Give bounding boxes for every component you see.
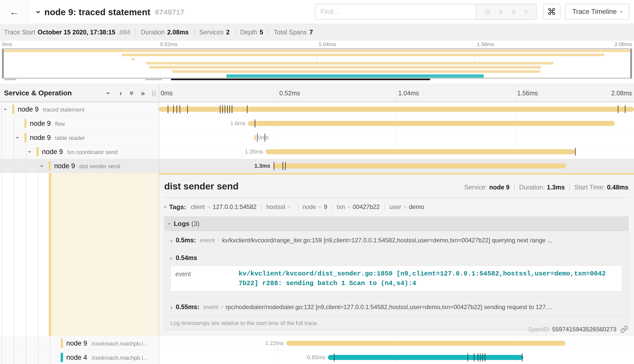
span-timeline-cell[interactable]: 1.22ms [159,336,634,350]
tags-row[interactable]: › Tags: client=127.0.0.1:54582hostssl=no… [164,201,628,212]
timeline-gridline [515,131,515,144]
next-result-icon[interactable]: ∨ [511,8,516,16]
minimap-tick-label: 2.08ms [615,40,632,48]
span-name-cell[interactable]: ›node 9traced statement [0,102,159,116]
minimap-handle-mid[interactable] [145,79,162,80]
span-row[interactable]: ›node 9dist sender send1.3ms [0,159,634,173]
log-entry[interactable]: ›0.55ms:event=rpc/nodedialer/nodedialer.… [169,298,624,316]
span-row[interactable]: node 9/cockroach.roachpb.I...1.22ms [0,336,634,350]
span-expander-icon[interactable]: › [5,102,7,116]
indent-guide [26,173,26,336]
prev-result-icon[interactable]: ∧ [498,8,503,16]
tag-separator [261,203,262,211]
span-expander-icon[interactable]: › [29,145,31,159]
span-row[interactable]: ›node 9txn coordinator send1.35ms [0,145,634,159]
column-resizer-grip[interactable] [152,90,155,96]
span-timeline-cell[interactable]: 1.35ms [159,145,634,159]
log-timestamp: 0.55ms: [176,303,199,311]
minimap-tick-label: 0.52ms [160,40,178,48]
log-entry-header[interactable]: ›0.54ms [171,254,622,262]
span-name-cell[interactable]: node 9flow [0,116,159,131]
span-name-cell[interactable]: node 9/cockroach.roachpb.I... [0,336,159,350]
span-row[interactable]: node 9flow1.6ms [0,116,634,131]
indent-guide [14,116,14,130]
log-expander-icon[interactable]: › [171,305,172,310]
expand-one-icon[interactable]: › [119,84,122,102]
span-bar[interactable] [254,135,256,140]
span-row[interactable]: ›node 9traced statement [0,102,634,116]
trace-timeline-dropdown[interactable]: Trace Timeline › [565,4,629,20]
back-button[interactable]: ← [0,0,29,24]
logs-header[interactable]: › Logs (3) [164,217,628,231]
summary-value: October 15 2020, 17:38:15 [38,29,115,36]
minimap-tick-labels: 0ms0.52ms1.04ms1.56ms2.08ms [0,40,634,49]
tag-key: hostssl [266,203,285,210]
log-marker-tick [625,105,625,113]
log-timestamp: 0.54ms [176,254,197,262]
span-bar[interactable] [286,341,566,346]
span-bar[interactable] [248,121,615,126]
span-row[interactable]: node 4/cockroach.roachpb.I...0.85ms [0,350,634,364]
span-timeline-cell[interactable]: 0ms [159,131,634,145]
log-marker-tick [225,105,225,113]
log-collapse-icon[interactable]: › [168,258,174,259]
span-row[interactable]: ›node 9table reader0ms [0,131,634,145]
collapse-all-icon[interactable]: » [130,84,134,102]
meta-value: node 9 [489,184,510,191]
minimap-tick-label: 1.04ms [319,40,336,48]
trace-summary-bar: Trace StartOctober 15 2020, 17:38:15.084… [0,24,634,40]
scroll-indicator[interactable] [171,79,430,80]
summary-label: Trace Start [4,29,35,36]
tags-expander-icon[interactable]: › [164,204,166,210]
collapse-one-icon[interactable]: › [107,84,110,102]
indent-guide [14,350,14,364]
span-timeline-cell[interactable]: 1.3ms [159,159,634,173]
span-name-text: node 9/cockroach.roachpb.I... [66,336,148,350]
log-entry[interactable]: ›0.5ms:event=kv/kvclient/kvcoord/range_i… [169,231,624,250]
service-name: node 9 [42,148,63,156]
panel-divider[interactable] [159,84,159,364]
collapse-caret-icon[interactable]: › [34,11,44,13]
span-name-cell[interactable]: ›node 9txn coordinator send [0,145,159,159]
minimap-handle-left[interactable] [5,79,16,80]
meta-label: Start Time: [574,184,605,191]
span-expander-icon[interactable]: › [41,159,43,173]
ruler-gridline [515,84,515,102]
span-name-cell[interactable]: ›node 9dist sender send [0,159,159,173]
equals-sign: = [220,304,224,311]
log-entry-expanded[interactable]: ›0.54mseventkv/kvclient/kvcoord/dist_sen… [169,250,624,298]
clear-search-icon[interactable]: × [524,8,528,16]
expand-all-icon[interactable]: » [141,84,145,102]
keyboard-shortcuts-button[interactable]: ⌘ [543,4,560,20]
meta-label: Service: [464,184,487,191]
span-name-cell[interactable]: ›node 9table reader [0,131,159,145]
span-timeline-cell[interactable]: 1.6ms [159,116,634,131]
span-bar[interactable] [328,355,523,360]
log-marker-tick [474,353,474,361]
duration-label: 0.85ms [307,350,325,364]
span-bar[interactable] [266,149,576,154]
span-name-cell[interactable]: node 4/cockroach.roachpb.I... [0,350,159,364]
locate-icon[interactable]: ◎ [484,8,490,16]
minimap-scrubber-left[interactable] [3,49,4,78]
find-input[interactable] [315,4,476,20]
summary-label: Depth [240,29,257,36]
trace-title: node 9: traced statement [44,7,150,17]
copy-link-icon[interactable] [620,326,628,333]
summary-value: 2 [226,29,230,36]
span-name-text: node 9dist sender send [54,159,120,173]
timeline-minimap[interactable] [2,49,632,78]
indent-guide [50,336,51,350]
minimap-span-bar [146,62,554,65]
span-bar[interactable] [273,163,566,168]
summary-separator [235,28,235,36]
tag-separator [384,203,385,211]
service-operation-header: Service & Operation [4,84,72,102]
span-timeline-cell[interactable]: 0.85ms [159,350,634,364]
log-marker-tick [265,134,265,142]
minimap-scrubber-right[interactable] [630,49,631,78]
span-expander-icon[interactable]: › [17,131,19,145]
span-timeline-cell[interactable] [159,102,634,116]
detail-divider [164,197,628,198]
log-expander-icon[interactable]: › [171,238,172,244]
